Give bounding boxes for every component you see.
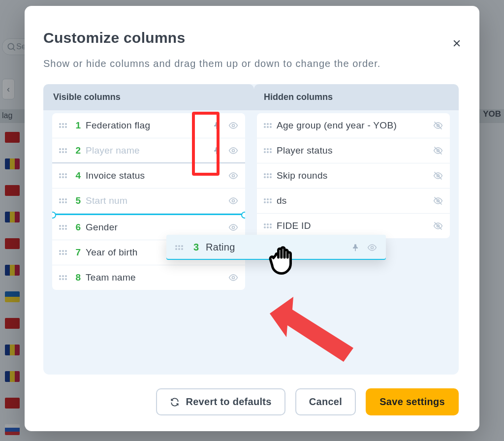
- eye-off-icon[interactable]: [433, 221, 443, 231]
- eye-icon[interactable]: [228, 146, 238, 156]
- column-label: Federation flag: [86, 120, 207, 131]
- dragging-index: 3: [190, 242, 199, 253]
- columns-panels: Visible columns 1Federation flag2Player …: [43, 84, 459, 375]
- hidden-columns-list: Age group (end year - YOB)Player statusS…: [257, 113, 450, 238]
- close-icon: [452, 38, 462, 48]
- visible-column-row[interactable]: 8Team name: [52, 265, 245, 290]
- drag-handle-icon[interactable]: [264, 198, 272, 203]
- visible-column-row[interactable]: 5Start num: [52, 189, 245, 214]
- pin-icon[interactable]: [350, 243, 360, 252]
- pin-icon[interactable]: [212, 146, 221, 156]
- drag-handle-icon[interactable]: [59, 275, 67, 280]
- column-index: 6: [72, 222, 81, 233]
- customize-columns-modal: Customize columns Show or hide columns a…: [25, 6, 479, 431]
- svg-point-7: [232, 200, 235, 202]
- refresh-icon: [170, 397, 180, 407]
- eye-off-icon[interactable]: [433, 171, 443, 181]
- dragging-label: Rating: [206, 242, 344, 253]
- eye-icon[interactable]: [228, 273, 238, 283]
- eye-off-icon[interactable]: [433, 196, 443, 206]
- revert-button[interactable]: Revert to defaults: [156, 388, 285, 415]
- revert-label: Revert to defaults: [186, 396, 271, 408]
- column-index: 7: [72, 247, 81, 258]
- svg-point-5: [232, 150, 235, 152]
- visible-columns-list: 1Federation flag2Player name4Invoice sta…: [52, 113, 245, 290]
- hidden-column-row[interactable]: ds: [257, 189, 450, 214]
- column-label: Team name: [86, 272, 223, 283]
- close-button[interactable]: [452, 37, 462, 51]
- drag-handle-icon[interactable]: [264, 123, 272, 128]
- visible-column-row[interactable]: 4Invoice status: [52, 163, 245, 189]
- eye-icon[interactable]: [228, 121, 238, 130]
- column-label: Age group (end year - YOB): [277, 120, 428, 131]
- hidden-column-row[interactable]: Player status: [257, 138, 450, 163]
- pin-icon[interactable]: [212, 121, 221, 130]
- cancel-label: Cancel: [309, 396, 342, 408]
- column-label: Skip rounds: [277, 170, 428, 181]
- svg-point-4: [232, 125, 235, 127]
- arrow-annotation: [270, 294, 368, 363]
- column-index: 2: [72, 145, 81, 156]
- visible-column-row[interactable]: 2Player name: [52, 138, 245, 163]
- eye-icon[interactable]: [228, 196, 238, 206]
- dragging-column-card[interactable]: 3 Rating: [166, 235, 386, 260]
- drag-handle-icon[interactable]: [264, 173, 272, 178]
- eye-icon[interactable]: [228, 171, 238, 181]
- column-label: Start num: [86, 195, 223, 206]
- visible-column-row[interactable]: 1Federation flag: [52, 113, 245, 138]
- cancel-button[interactable]: Cancel: [295, 388, 356, 415]
- visible-columns-header: Visible columns: [43, 84, 254, 110]
- column-label: Player name: [86, 145, 207, 156]
- drag-handle-icon[interactable]: [175, 245, 183, 250]
- svg-marker-22: [270, 297, 353, 362]
- eye-off-icon[interactable]: [433, 121, 443, 130]
- drag-handle-icon[interactable]: [59, 148, 67, 153]
- eye-off-icon[interactable]: [433, 146, 443, 156]
- drag-handle-icon[interactable]: [264, 148, 272, 153]
- column-label: Gender: [86, 222, 223, 233]
- hidden-column-row[interactable]: Skip rounds: [257, 163, 450, 189]
- column-index: 5: [72, 195, 81, 206]
- modal-title: Customize columns: [43, 30, 459, 46]
- drag-handle-icon[interactable]: [59, 250, 67, 255]
- drag-handle-icon[interactable]: [264, 223, 272, 228]
- column-index: 4: [72, 170, 81, 181]
- save-button[interactable]: Save settings: [366, 388, 459, 415]
- column-label: Invoice status: [86, 170, 223, 181]
- hidden-columns-header: Hidden columns: [254, 84, 459, 110]
- column-label: Player status: [277, 145, 428, 156]
- eye-icon[interactable]: [367, 243, 377, 252]
- modal-footer: Revert to defaults Cancel Save settings: [43, 375, 459, 415]
- save-label: Save settings: [379, 396, 445, 408]
- hidden-column-row[interactable]: Age group (end year - YOB): [257, 113, 450, 138]
- column-index: 8: [72, 272, 81, 283]
- drag-handle-icon[interactable]: [59, 198, 67, 203]
- drag-handle-icon[interactable]: [59, 225, 67, 230]
- modal-description: Show or hide columns and drag them up or…: [43, 58, 459, 69]
- drag-handle-icon[interactable]: [59, 173, 67, 178]
- svg-point-8: [232, 226, 235, 229]
- hidden-columns-panel: Hidden columns Age group (end year - YOB…: [257, 84, 450, 238]
- column-label: ds: [277, 195, 428, 206]
- svg-point-21: [371, 246, 374, 249]
- svg-point-6: [232, 175, 235, 177]
- column-label: FIDE ID: [277, 220, 428, 231]
- drag-handle-icon[interactable]: [59, 123, 67, 128]
- column-index: 1: [72, 120, 81, 131]
- svg-point-10: [232, 277, 235, 279]
- eye-icon[interactable]: [228, 222, 238, 232]
